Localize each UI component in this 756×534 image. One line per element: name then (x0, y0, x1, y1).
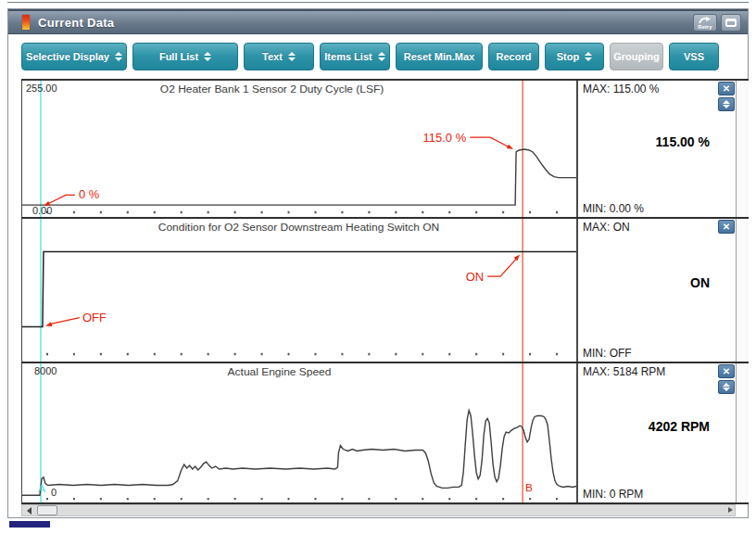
duty-cycle-plot[interactable]: 255.00 0.00 O2 Heater Bank 1 Sensor 2 Du… (21, 81, 578, 217)
right-strip (736, 363, 749, 502)
stop-button[interactable]: Stop (545, 43, 604, 70)
min-readout: MIN: 0 RPM (583, 488, 643, 501)
switch-condition-side-panel: MAX: ON ON MIN: OFF ✕ (578, 219, 736, 362)
y-min-label: 0.00 (32, 205, 52, 216)
annotation-arrowhead (45, 322, 52, 326)
annotation-leader (50, 318, 80, 324)
close-chart-button[interactable]: ✕ (718, 364, 735, 378)
toolbar: Selective Display Full List Text Items L… (8, 34, 748, 79)
horizontal-scrollbar[interactable] (21, 504, 736, 516)
annotation-off: OFF (82, 311, 107, 324)
max-readout: MAX: ON (583, 221, 630, 234)
retry-button[interactable]: Retry (693, 14, 717, 32)
max-readout: MAX: 5184 RPM (583, 365, 665, 378)
annotation-115pct: 115.0 % (423, 131, 467, 145)
chart-row-engine-speed: 8000 0 Actual Engine Speed A B MAX: 5184… (21, 363, 749, 504)
text-mode-button[interactable]: Text (244, 43, 314, 70)
close-chart-button[interactable]: ✕ (718, 82, 735, 95)
vss-button[interactable]: VSS (669, 43, 719, 70)
chart-row-duty-cycle: 255.00 0.00 O2 Heater Bank 1 Sensor 2 Du… (21, 81, 749, 219)
annotation-arrowhead (507, 145, 513, 149)
reset-minmax-button[interactable]: Reset Min.Max (396, 43, 483, 70)
switch-condition-plot[interactable]: Condition for O2 Sensor Downstream Heati… (21, 219, 578, 362)
taskbar-fragment (9, 521, 50, 528)
retry-arrow-icon (699, 17, 712, 24)
y-min-label: 0 (51, 487, 57, 498)
min-readout: MIN: OFF (583, 347, 632, 360)
resize-chart-button[interactable] (718, 97, 735, 111)
selective-display-button[interactable]: Selective Display (21, 43, 127, 70)
cursor-a-label: A (38, 482, 45, 495)
chart-title: Condition for O2 Sensor Downstream Heati… (158, 221, 439, 234)
y-max-label: 8000 (34, 365, 57, 376)
annotation-0pct: 0 % (79, 187, 99, 201)
scroll-right-arrow-icon[interactable] (728, 507, 733, 513)
min-readout: MIN: 0.00 % (583, 202, 644, 215)
engine-speed-plot[interactable]: 8000 0 Actual Engine Speed A B (21, 363, 578, 502)
right-strip (736, 81, 749, 217)
window-restore-icon (725, 19, 737, 27)
retry-button-label: Retry (698, 24, 712, 30)
max-readout: MAX: 115.00 % (583, 83, 660, 95)
dropdown-arrows-icon (115, 52, 122, 61)
scrollbar-thumb[interactable] (37, 505, 57, 515)
engine-speed-side-panel: MAX: 5184 RPM 4202 RPM MIN: 0 RPM ✕ (578, 363, 736, 502)
dropdown-arrows-icon (378, 52, 385, 61)
engine-speed-trace (22, 411, 576, 496)
annotation-arrowhead (44, 201, 50, 206)
dropdown-arrows-icon (288, 52, 296, 61)
current-data-window: Current Data Retry Selective Display (7, 8, 749, 518)
window-title: Current Data (38, 16, 114, 30)
screen: Current Data Retry Selective Display (0, 0, 756, 534)
cursor-b-label: B (525, 481, 533, 494)
chart-row-switch-condition: Condition for O2 Sensor Downstream Heati… (21, 219, 749, 363)
y-max-label: 255.00 (26, 83, 57, 94)
grouping-button: Grouping (610, 43, 663, 70)
duty-cycle-side-panel: MAX: 115.00 % 115.00 % MIN: 0.00 % ✕ (578, 81, 736, 217)
charts-area: 255.00 0.00 O2 Heater Bank 1 Sensor 2 Du… (21, 79, 749, 504)
current-value: 4202 RPM (649, 419, 710, 434)
annotation-leader (487, 259, 516, 276)
current-value: ON (690, 275, 710, 290)
app-flame-icon (22, 15, 30, 30)
window-restore-button[interactable] (721, 14, 741, 32)
full-list-button[interactable]: Full List (132, 43, 238, 70)
dropdown-arrows-icon (585, 52, 592, 61)
titlebar[interactable]: Current Data Retry (8, 9, 748, 34)
dropdown-arrows-icon (204, 52, 211, 61)
current-value: 115.00 % (656, 134, 710, 149)
resize-chart-button[interactable] (718, 380, 735, 394)
duty-cycle-trace (22, 149, 576, 205)
annotation-leader (470, 137, 510, 147)
chart-title: O2 Heater Bank 1 Sensor 2 Duty Cycle (LS… (160, 83, 384, 95)
chart-title: Actual Engine Speed (228, 365, 332, 378)
scroll-left-button[interactable] (23, 505, 35, 515)
items-list-button[interactable]: Items List (320, 43, 390, 70)
annotation-leader (49, 195, 75, 203)
window-top-edge (7, 2, 749, 3)
close-chart-button[interactable]: ✕ (718, 220, 735, 234)
annotation-on: ON (466, 270, 484, 284)
record-button[interactable]: Record (488, 43, 539, 70)
right-strip (736, 219, 749, 362)
